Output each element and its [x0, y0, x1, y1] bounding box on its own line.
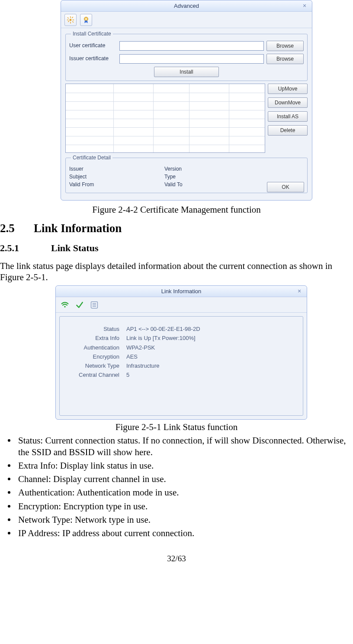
wifi-icon[interactable] [59, 299, 71, 311]
svg-rect-8 [68, 20, 70, 22]
list-item: Network Type: Network type in use. [13, 514, 353, 525]
link-info-dialog: Link Information × Status AP1 <--> 00-0E… [55, 285, 307, 420]
info-value: Infrastructure [126, 362, 298, 369]
svg-point-11 [64, 306, 65, 307]
list-item: Encryption: Encryption type in use. [13, 501, 353, 512]
info-value: Link is Up [Tx Power:100%] [126, 335, 298, 342]
section-title: Link Information [34, 222, 122, 235]
group-legend: Install Certificate [71, 31, 113, 37]
list-item: Extra Info: Display link status in use. [13, 460, 353, 471]
link-info-panel: Status AP1 <--> 00-0E-2E-E1-98-2D Extra … [59, 316, 303, 416]
info-value: AP1 <--> 00-0E-2E-E1-98-2D [126, 326, 298, 333]
paragraph-1: The link status page displays detailed i… [0, 260, 353, 283]
svg-rect-3 [67, 19, 69, 20]
info-label: Central Channel [65, 372, 126, 379]
cert-listbox[interactable] [65, 84, 265, 153]
info-row: Central Channel 5 [65, 372, 298, 379]
downmove-button[interactable]: DownMove [268, 97, 308, 108]
list-item: Status: Current connection status. If no… [13, 435, 353, 458]
detail-subject-label: Subject [69, 174, 164, 180]
figure-caption-2: Figure 2-5-1 Link Status function [0, 421, 353, 433]
dialog-title: Advanced [174, 3, 199, 9]
list-icon[interactable] [89, 299, 100, 311]
svg-rect-6 [72, 21, 74, 23]
info-label: Authentication [65, 344, 126, 351]
details-legend: Certificate Detail [71, 155, 112, 161]
info-row: Extra Info Link is Up [Tx Power:100%] [65, 335, 298, 342]
info-label: Network Type [65, 362, 126, 369]
dialog-titlebar: Link Information × [56, 286, 307, 297]
svg-rect-2 [70, 22, 71, 23]
svg-rect-4 [73, 19, 74, 20]
info-value: 5 [126, 372, 298, 379]
detail-version-label: Version [164, 166, 260, 172]
install-certificate-group: Install Certificate User certificate Bro… [65, 31, 308, 81]
info-value: AES [126, 353, 298, 360]
advanced-dialog: Advanced × Install Certificate User cert… [61, 0, 312, 201]
issuer-cert-input[interactable] [119, 54, 264, 64]
dialog-title: Link Information [161, 288, 202, 294]
svg-point-0 [70, 19, 72, 21]
gear-icon[interactable] [64, 14, 77, 26]
browse-user-button[interactable]: Browse [266, 41, 304, 51]
delete-button[interactable]: Delete [268, 125, 308, 136]
detail-validfrom-label: Valid From [69, 181, 164, 188]
user-cert-label: User certificate [69, 42, 117, 49]
info-row: Network Type Infrastructure [65, 362, 298, 369]
toolbar [61, 12, 312, 28]
dialog-titlebar: Advanced × [61, 0, 312, 12]
upmove-button[interactable]: UpMove [268, 84, 308, 94]
list-item: IP Address: IP address about current con… [13, 527, 353, 539]
section-number: 2.5 [0, 221, 34, 236]
info-row: Status AP1 <--> 00-0E-2E-E1-98-2D [65, 326, 298, 333]
list-item: Channel: Display current channel in use. [13, 473, 353, 485]
subsection-heading: 2.5.1Link Status [0, 242, 353, 254]
close-icon[interactable]: × [301, 2, 308, 10]
svg-rect-7 [72, 16, 74, 18]
figure-caption-1: Figure 2-4-2 Certificate Management func… [0, 204, 353, 215]
section-heading: 2.5Link Information [0, 221, 353, 236]
toolbar [56, 297, 307, 313]
certificate-icon[interactable] [80, 14, 92, 26]
list-item: Authentication: Authentication mode in u… [13, 487, 353, 498]
info-label: Encryption [65, 353, 126, 360]
ok-button[interactable]: OK [267, 182, 304, 192]
info-value: WPA2-PSK [126, 344, 298, 351]
detail-issuer-label: Issuer [69, 166, 164, 172]
cert-list-area: UpMove DownMove Install AS Delete [65, 84, 308, 153]
info-row: Authentication WPA2-PSK [65, 344, 298, 351]
info-row: Encryption AES [65, 353, 298, 360]
browse-issuer-button[interactable]: Browse [266, 54, 304, 64]
user-cert-input[interactable] [119, 41, 264, 51]
install-button[interactable]: Install [154, 67, 219, 77]
subsection-number: 2.5.1 [0, 242, 51, 254]
svg-rect-1 [70, 16, 71, 18]
detail-validto-label: Valid To [164, 181, 260, 188]
detail-type-label: Type [164, 174, 260, 180]
check-icon[interactable] [74, 299, 85, 311]
bullet-list: Status: Current connection status. If no… [0, 435, 353, 539]
subsection-title: Link Status [51, 243, 98, 253]
svg-rect-5 [67, 17, 69, 19]
install-as-button[interactable]: Install AS [268, 111, 308, 122]
info-label: Extra Info [65, 335, 126, 342]
info-label: Status [65, 326, 126, 333]
issuer-cert-label: Issuer certificate [69, 55, 117, 62]
close-icon[interactable]: × [295, 288, 303, 295]
page-number: 32/63 [0, 553, 353, 564]
svg-point-10 [85, 18, 87, 19]
